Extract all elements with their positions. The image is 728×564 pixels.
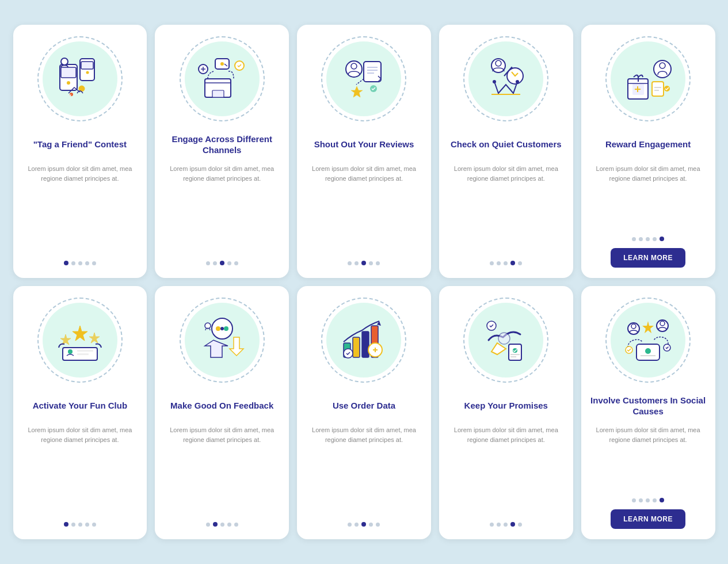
dot-3 bbox=[227, 261, 231, 265]
card-activate-fun-club: Activate Your Fun Club Lorem ipsum dolor… bbox=[13, 286, 147, 539]
dot-1 bbox=[639, 498, 643, 502]
card-body: Lorem ipsum dolor sit dim amet, mea regi… bbox=[163, 164, 281, 255]
dot-3 bbox=[510, 522, 515, 527]
dot-1 bbox=[213, 522, 218, 527]
card-icon bbox=[616, 47, 680, 110]
pagination-dots bbox=[206, 522, 238, 527]
card-title: Use Order Data bbox=[333, 392, 395, 420]
dot-2 bbox=[220, 261, 224, 265]
svg-rect-17 bbox=[364, 62, 381, 82]
card-title: Keep Your Promises bbox=[464, 392, 548, 420]
dot-0 bbox=[64, 261, 68, 265]
svg-point-24 bbox=[516, 80, 519, 83]
svg-rect-45 bbox=[353, 337, 360, 357]
dot-4 bbox=[92, 523, 96, 527]
svg-point-41 bbox=[224, 326, 228, 331]
card-icon bbox=[474, 47, 538, 110]
dot-4 bbox=[234, 261, 238, 265]
card-use-order-data: Use Order Data Lorem ipsum dolor sit dim… bbox=[297, 286, 431, 539]
svg-rect-27 bbox=[638, 77, 639, 82]
card-body: Lorem ipsum dolor sit dim amet, mea regi… bbox=[21, 425, 139, 516]
dot-2 bbox=[646, 498, 650, 502]
learn-more-button[interactable]: LEARN MORE bbox=[611, 248, 685, 268]
svg-point-61 bbox=[645, 348, 651, 354]
dot-0 bbox=[206, 261, 210, 265]
dot-1 bbox=[213, 261, 217, 265]
svg-point-42 bbox=[220, 327, 224, 330]
card-body: Lorem ipsum dolor sit dim amet, mea regi… bbox=[21, 164, 139, 255]
card-title: Involve Customers In Social Causes bbox=[589, 392, 707, 420]
svg-marker-32 bbox=[73, 326, 87, 341]
dot-0 bbox=[64, 522, 68, 527]
svg-text:♥: ♥ bbox=[70, 93, 71, 97]
card-title: Reward Engagement bbox=[605, 131, 691, 158]
svg-marker-59 bbox=[642, 321, 654, 333]
svg-marker-34 bbox=[89, 333, 100, 343]
card-title: Engage Across Different Channels bbox=[163, 131, 281, 158]
card-title: Check on Quiet Customers bbox=[451, 131, 562, 158]
svg-point-51 bbox=[498, 333, 510, 344]
dot-3 bbox=[85, 261, 89, 265]
svg-point-21 bbox=[496, 60, 501, 66]
card-make-good-feedback: Make Good On Feedback Lorem ipsum dolor … bbox=[155, 286, 289, 539]
card-icon bbox=[474, 308, 538, 372]
dot-0 bbox=[348, 261, 352, 265]
dot-3 bbox=[510, 261, 515, 265]
card-title: "Tag a Friend" Contest bbox=[33, 131, 127, 158]
card-shout-reviews: Shout Out Your Reviews Lorem ipsum dolor… bbox=[297, 25, 431, 278]
svg-rect-30 bbox=[652, 82, 664, 96]
pagination-dots bbox=[348, 522, 380, 527]
learn-more-button[interactable]: LEARN MORE bbox=[611, 509, 685, 529]
svg-rect-1 bbox=[61, 67, 76, 78]
dot-2 bbox=[361, 522, 366, 527]
dot-2 bbox=[78, 523, 82, 527]
card-icon-area bbox=[602, 294, 694, 386]
svg-marker-18 bbox=[351, 86, 363, 97]
dot-2 bbox=[504, 261, 508, 265]
card-engage-channels: Engage Across Different Channels Lorem i… bbox=[155, 25, 289, 278]
card-title: Activate Your Fun Club bbox=[33, 392, 127, 420]
svg-point-36 bbox=[68, 349, 73, 354]
dot-2 bbox=[646, 237, 650, 241]
svg-point-2 bbox=[67, 81, 70, 85]
card-reward-engagement: Reward Engagement Lorem ipsum dolor sit … bbox=[581, 25, 715, 278]
svg-point-5 bbox=[86, 71, 89, 74]
dot-0 bbox=[348, 523, 352, 527]
card-body: Lorem ipsum dolor sit dim amet, mea regi… bbox=[163, 425, 281, 516]
dot-1 bbox=[639, 237, 643, 241]
dot-0 bbox=[490, 261, 494, 265]
pagination-dots bbox=[64, 522, 96, 527]
dot-2 bbox=[504, 523, 508, 527]
dot-0 bbox=[632, 237, 636, 241]
dot-3 bbox=[653, 498, 657, 502]
pagination-dots bbox=[490, 522, 522, 527]
svg-rect-38 bbox=[77, 353, 89, 355]
card-tag-a-friend: ♥ "Tag a Friend" Contest Lorem ipsum dol… bbox=[13, 25, 147, 278]
card-icon bbox=[48, 308, 112, 372]
svg-point-16 bbox=[351, 63, 357, 69]
dot-4 bbox=[518, 523, 522, 527]
dot-1 bbox=[355, 523, 359, 527]
pagination-dots bbox=[632, 498, 664, 502]
dot-3 bbox=[369, 523, 373, 527]
dot-4 bbox=[92, 261, 96, 265]
dot-0 bbox=[206, 523, 210, 527]
card-icon: ♥ bbox=[48, 47, 112, 110]
card-icon bbox=[190, 47, 254, 110]
card-quiet-customers: Check on Quiet Customers Lorem ipsum dol… bbox=[439, 25, 573, 278]
card-icon-area bbox=[318, 294, 410, 386]
dot-4 bbox=[234, 523, 238, 527]
card-icon bbox=[190, 308, 254, 372]
card-icon-area: ♥ bbox=[34, 33, 126, 125]
dot-1 bbox=[497, 261, 501, 265]
svg-point-6 bbox=[61, 58, 68, 65]
dot-4 bbox=[518, 261, 522, 265]
card-icon-area bbox=[318, 33, 410, 125]
dot-2 bbox=[78, 261, 82, 265]
card-title: Shout Out Your Reviews bbox=[314, 131, 414, 158]
svg-point-23 bbox=[493, 80, 496, 83]
card-icon bbox=[332, 308, 395, 372]
card-title: Make Good On Feedback bbox=[170, 392, 273, 420]
pagination-dots bbox=[206, 261, 238, 265]
dot-3 bbox=[227, 523, 231, 527]
